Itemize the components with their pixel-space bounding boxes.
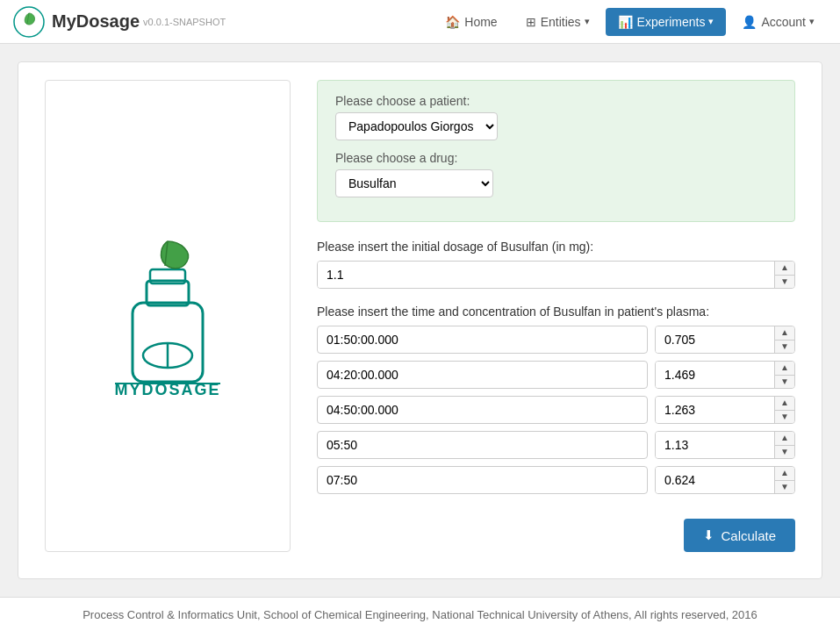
conc-spinner-1: ▲ ▼: [774, 326, 794, 353]
nav-experiments-label: Experiments: [637, 15, 706, 29]
conc-up-1[interactable]: ▲: [775, 326, 794, 341]
brand-logo-link[interactable]: MyDosage v0.0.1-SNAPSHOT: [13, 6, 226, 38]
time-conc-row-5: ▲ ▼: [317, 466, 795, 494]
patient-select[interactable]: Papadopoulos Giorgos: [335, 112, 498, 140]
experiments-caret-icon: ▾: [708, 16, 714, 27]
navbar: MyDosage v0.0.1-SNAPSHOT 🏠 Home ⊞ Entiti…: [0, 0, 840, 44]
drug-group: Please choose a drug: Busulfan: [335, 151, 777, 197]
drug-select[interactable]: Busulfan: [335, 169, 493, 197]
app-title: MyDosage: [52, 11, 140, 32]
conc-group-5: ▲ ▼: [655, 466, 795, 494]
patient-label: Please choose a patient:: [335, 94, 777, 108]
patient-drug-box: Please choose a patient: Papadopoulos Gi…: [317, 80, 795, 222]
conc-down-5[interactable]: ▼: [775, 481, 794, 494]
entities-caret-icon: ▾: [585, 16, 590, 27]
time-conc-section: Please insert the time and concentration…: [317, 305, 795, 494]
conc-spinner-3: ▲ ▼: [774, 397, 794, 423]
nav-home-label: Home: [464, 15, 497, 29]
dosage-label: Please insert the initial dosage of Busu…: [317, 240, 795, 254]
account-caret-icon: ▾: [809, 16, 815, 27]
nav-account[interactable]: 👤 Account ▾: [729, 8, 827, 36]
conc-down-1[interactable]: ▼: [775, 341, 794, 354]
entities-icon: ⊞: [526, 15, 536, 29]
nav-experiments[interactable]: 📊 Experiments ▾: [606, 8, 727, 36]
conc-up-5[interactable]: ▲: [775, 467, 794, 481]
dosage-input[interactable]: [318, 262, 774, 288]
conc-spinner-4: ▲ ▼: [774, 432, 794, 458]
time-conc-row-3: ▲ ▼: [317, 396, 795, 424]
patient-group: Please choose a patient: Papadopoulos Gi…: [335, 94, 777, 140]
time-conc-row-1: ▲ ▼: [317, 326, 795, 354]
dosage-spinner: ▲ ▼: [774, 262, 794, 288]
calculate-button[interactable]: ⬇ Calculate: [684, 519, 795, 552]
conc-group-4: ▲ ▼: [655, 431, 795, 459]
conc-group-1: ▲ ▼: [655, 326, 795, 354]
time-input-3[interactable]: [317, 396, 648, 424]
conc-input-1[interactable]: [656, 326, 774, 353]
footer-text: Process Control & Informatics Unit, Scho…: [83, 608, 757, 621]
conc-group-3: ▲ ▼: [655, 396, 795, 424]
conc-spinner-2: ▲ ▼: [774, 362, 794, 388]
conc-up-2[interactable]: ▲: [775, 362, 794, 376]
app-version: v0.0.1-SNAPSHOT: [143, 17, 226, 27]
conc-down-3[interactable]: ▼: [775, 411, 794, 424]
conc-up-3[interactable]: ▲: [775, 397, 794, 411]
conc-down-2[interactable]: ▼: [775, 376, 794, 389]
time-conc-row-4: ▲ ▼: [317, 431, 795, 459]
conc-input-2[interactable]: [656, 362, 774, 388]
nav-links: 🏠 Home ⊞ Entities ▾ 📊 Experiments ▾ 👤 Ac…: [433, 8, 827, 36]
account-icon: 👤: [742, 15, 757, 29]
dosage-down-btn[interactable]: ▼: [775, 276, 794, 289]
time-input-4[interactable]: [317, 431, 648, 459]
mydosage-logo: MYDOSAGE: [62, 233, 273, 399]
nav-entities-label: Entities: [541, 15, 581, 29]
time-input-5[interactable]: [317, 466, 648, 494]
experiments-icon: 📊: [618, 15, 633, 29]
content-card: MYDOSAGE Please choose a patient: Papado…: [18, 61, 822, 579]
home-icon: 🏠: [445, 15, 460, 29]
nav-entities[interactable]: ⊞ Entities ▾: [513, 8, 602, 36]
main-content: MYDOSAGE Please choose a patient: Papado…: [0, 44, 840, 597]
conc-input-3[interactable]: [656, 397, 774, 423]
conc-group-2: ▲ ▼: [655, 361, 795, 389]
logo-panel: MYDOSAGE: [45, 80, 291, 552]
time-conc-label: Please insert the time and concentration…: [317, 305, 795, 319]
nav-home[interactable]: 🏠 Home: [433, 8, 509, 36]
footer: Process Control & Informatics Unit, Scho…: [0, 597, 840, 631]
drug-label: Please choose a drug:: [335, 151, 777, 165]
conc-input-5[interactable]: [656, 467, 774, 493]
dosage-input-group: ▲ ▼: [317, 261, 795, 289]
conc-input-4[interactable]: [656, 432, 774, 458]
dosage-up-btn[interactable]: ▲: [775, 262, 794, 276]
form-panel: Please choose a patient: Papadopoulos Gi…: [317, 80, 795, 552]
time-input-2[interactable]: [317, 361, 648, 389]
time-conc-row-2: ▲ ▼: [317, 361, 795, 389]
dosage-section: Please insert the initial dosage of Busu…: [317, 240, 795, 289]
conc-down-4[interactable]: ▼: [775, 446, 794, 459]
app-logo-icon: [13, 6, 45, 38]
nav-account-label: Account: [761, 15, 806, 29]
calculate-icon: ⬇: [703, 527, 714, 543]
conc-up-4[interactable]: ▲: [775, 432, 794, 446]
conc-spinner-5: ▲ ▼: [774, 467, 794, 493]
calculate-label: Calculate: [721, 528, 776, 543]
time-input-1[interactable]: [317, 326, 648, 354]
